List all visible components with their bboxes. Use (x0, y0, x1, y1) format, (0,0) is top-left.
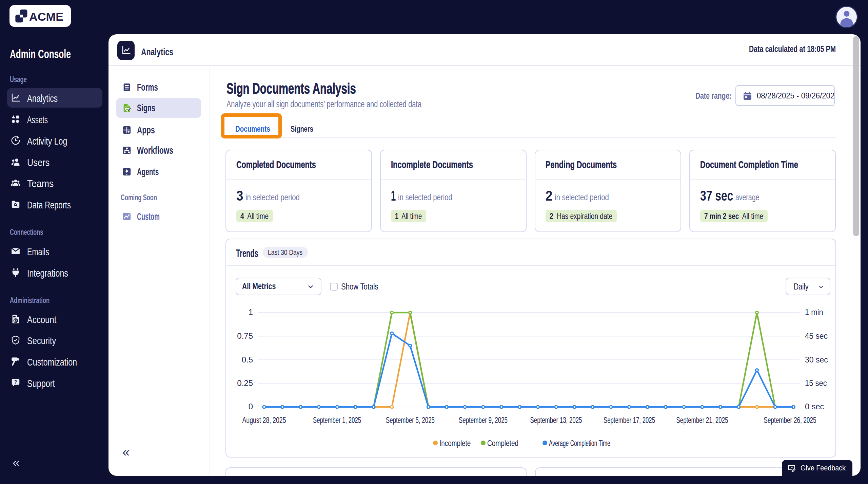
svg-text:?: ? (14, 379, 17, 385)
svg-text:$: $ (15, 318, 17, 323)
